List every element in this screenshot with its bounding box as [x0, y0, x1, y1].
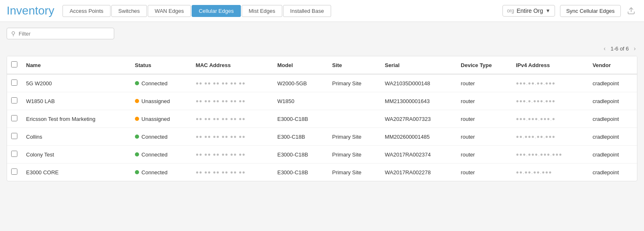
cell-site: Primary Site	[328, 164, 380, 181]
cell-serial: MM202600001485	[381, 128, 457, 146]
cell-mac: ●● ●● ●● ●● ●● ●●	[192, 164, 273, 181]
tab-mist-edges[interactable]: Mist Edges	[242, 5, 282, 17]
col-header-serial: Serial	[381, 56, 457, 74]
cell-model: E3000-C18B	[273, 110, 328, 128]
content-area: ⚲ ‹ 1-6 of 6 › Name Status MAC Address M…	[0, 22, 644, 187]
cell-name: 5G W2000	[22, 74, 131, 92]
table-row: 5G W2000Connected●● ●● ●● ●● ●● ●●W2000-…	[7, 74, 637, 92]
cell-site	[328, 110, 380, 128]
status-dot-icon	[135, 117, 139, 121]
status-dot-icon	[135, 152, 139, 156]
org-label: org	[507, 8, 514, 14]
status-dot-icon	[135, 170, 139, 174]
pagination-text: 1-6 of 6	[610, 46, 629, 52]
cell-model: E3000-C18B	[273, 146, 328, 164]
tab-access-points[interactable]: Access Points	[62, 5, 111, 17]
cell-status: Connected	[131, 146, 192, 164]
tab-wan-edges[interactable]: WAN Edges	[148, 5, 191, 17]
select-all-checkbox[interactable]	[11, 61, 17, 67]
filter-input[interactable]	[19, 31, 110, 37]
row-checkbox-cell	[7, 164, 22, 181]
cell-site: Primary Site	[328, 74, 380, 92]
row-checkbox[interactable]	[11, 168, 17, 175]
upload-icon[interactable]	[625, 5, 637, 17]
row-checkbox-cell	[7, 128, 22, 146]
col-header-device-type: Device Type	[457, 56, 512, 74]
right-actions: Sync Cellular Edges	[560, 5, 637, 17]
cell-model: E300-C18B	[273, 128, 328, 146]
cell-serial: WA2027RA007323	[381, 110, 457, 128]
col-header-mac: MAC Address	[192, 56, 273, 74]
cell-status: Unassigned	[131, 110, 192, 128]
cell-vendor: cradlepoint	[589, 110, 637, 128]
search-icon: ⚲	[11, 30, 15, 37]
tab-switches[interactable]: Switches	[111, 5, 147, 17]
row-checkbox-cell	[7, 146, 22, 164]
col-header-model: Model	[273, 56, 328, 74]
prev-page-button[interactable]: ‹	[602, 44, 608, 53]
row-checkbox[interactable]	[11, 133, 17, 139]
cell-name: W1850 LAB	[22, 92, 131, 110]
chevron-down-icon: ▼	[545, 8, 550, 14]
cell-ipv4: ●●●.●.●●●.●●●	[512, 92, 589, 110]
table-row: Ericsson Test from MarketingUnassigned●●…	[7, 110, 637, 128]
cell-serial: MM213000001643	[381, 92, 457, 110]
org-selector[interactable]: org Entire Org ▼	[502, 5, 555, 17]
org-name: Entire Org	[517, 7, 543, 14]
col-header-status: Status	[131, 56, 192, 74]
sync-button[interactable]: Sync Cellular Edges	[560, 5, 621, 17]
table-header-row: Name Status MAC Address Model Site Seria…	[7, 56, 637, 74]
table-row: E3000 COREConnected●● ●● ●● ●● ●● ●●E300…	[7, 164, 637, 181]
cell-vendor: cradlepoint	[589, 146, 637, 164]
status-text: Connected	[142, 80, 168, 87]
cell-mac: ●● ●● ●● ●● ●● ●●	[192, 110, 273, 128]
row-checkbox-cell	[7, 92, 22, 110]
cell-device-type: router	[457, 128, 512, 146]
row-checkbox-cell	[7, 110, 22, 128]
cell-name: Collins	[22, 128, 131, 146]
row-checkbox[interactable]	[11, 79, 17, 86]
row-checkbox[interactable]	[11, 115, 17, 121]
cell-site: Primary Site	[328, 146, 380, 164]
cell-model: W1850	[273, 92, 328, 110]
inventory-table: Name Status MAC Address Model Site Seria…	[7, 56, 637, 181]
col-header-vendor: Vendor	[589, 56, 637, 74]
col-header-name: Name	[22, 56, 131, 74]
next-page-button[interactable]: ›	[632, 44, 637, 53]
filter-input-wrap[interactable]: ⚲	[7, 28, 114, 39]
cell-vendor: cradlepoint	[589, 74, 637, 92]
tab-installed-base[interactable]: Installed Base	[283, 5, 331, 17]
cell-site: Primary Site	[328, 128, 380, 146]
cell-status: Connected	[131, 74, 192, 92]
cell-ipv4: ●●.●●.●●.●●●	[512, 164, 589, 181]
cell-ipv4: ●●●.●●.●●.●●●	[512, 74, 589, 92]
status-text: Connected	[142, 134, 168, 140]
row-checkbox[interactable]	[11, 97, 17, 103]
app-title: Inventory	[7, 4, 54, 17]
cell-device-type: router	[457, 146, 512, 164]
tab-cellular-edges[interactable]: Cellular Edges	[192, 5, 241, 17]
status-text: Unassigned	[142, 116, 170, 122]
cell-serial: WA2017RA002374	[381, 146, 457, 164]
cell-model: E3000-C18B	[273, 164, 328, 181]
cell-mac: ●● ●● ●● ●● ●● ●●	[192, 92, 273, 110]
table-row: W1850 LABUnassigned●● ●● ●● ●● ●● ●●W185…	[7, 92, 637, 110]
cell-name: Ericsson Test from Marketing	[22, 110, 131, 128]
table-row: CollinsConnected●● ●● ●● ●● ●● ●●E300-C1…	[7, 128, 637, 146]
cell-ipv4: ●●●.●●●.●●●.●	[512, 110, 589, 128]
cell-vendor: cradlepoint	[589, 92, 637, 110]
row-checkbox[interactable]	[11, 151, 17, 157]
status-dot-icon	[135, 99, 139, 103]
status-dot-icon	[135, 81, 139, 85]
top-bar: Inventory Access PointsSwitchesWAN Edges…	[0, 0, 644, 22]
cell-serial: WA2017RA002278	[381, 164, 457, 181]
status-text: Unassigned	[142, 98, 170, 104]
table-container: Name Status MAC Address Model Site Seria…	[7, 56, 637, 181]
col-header-site: Site	[328, 56, 380, 74]
filter-row: ⚲	[7, 28, 637, 39]
cell-mac: ●● ●● ●● ●● ●● ●●	[192, 146, 273, 164]
cell-site	[328, 92, 380, 110]
cell-status: Unassigned	[131, 92, 192, 110]
cell-vendor: cradlepoint	[589, 164, 637, 181]
cell-serial: WA21035D000148	[381, 74, 457, 92]
